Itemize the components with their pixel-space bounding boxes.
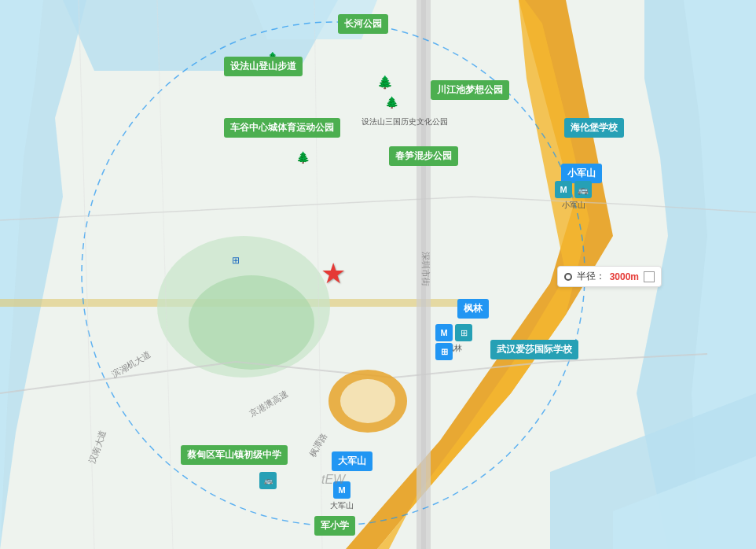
svg-text:深圳市街: 深圳市街 — [421, 252, 431, 286]
label-chunsun-park: 春笋混步公园 — [389, 146, 458, 166]
label-caihe-middle: 蔡甸区军山镇初级中学 — [181, 445, 288, 465]
label-shefa-history: 设法山三国历史文化公园 — [361, 116, 448, 127]
label-changhe-park: 长河公园 — [338, 14, 388, 34]
svg-point-5 — [340, 379, 395, 423]
tew-label: tEW — [321, 473, 345, 487]
label-dajunshan: 大军山 — [332, 451, 372, 471]
label-chuanjiang-park: 川江池梦想公园 — [431, 80, 509, 100]
label-chegu-sports: 车谷中心城体育运动公园 — [224, 118, 340, 138]
radius-value: 3000m — [610, 271, 639, 282]
map-container: 🌲 🌲 🌲 🌲 🌲 ⊞ 滨湖机大道 汉南大道 京港澳高速 深圳市街 枫潭路 ★ … — [0, 0, 756, 549]
bus-icon-fenglin: ⊞ — [455, 324, 472, 341]
label-wuhan-aisa: 武汉爱莎国际学校 — [490, 340, 578, 359]
radius-checkbox[interactable] — [644, 271, 655, 282]
metro-icon-xiaojunshan: M — [555, 181, 572, 198]
radius-control[interactable]: 半径： 3000m — [557, 266, 662, 287]
radius-label: 半径： — [577, 270, 605, 283]
label-haiyunbao-school: 海伦堡学校 — [564, 118, 624, 138]
label-fenglin: 枫林 — [457, 299, 489, 319]
svg-text:🌲: 🌲 — [377, 75, 393, 90]
label-junshan-primary: 军小学 — [314, 516, 355, 536]
svg-text:🌲: 🌲 — [296, 151, 310, 164]
metro-icon-fenglin: M — [435, 324, 453, 341]
poi-xiaojunshan: M 🚌 小军山 — [555, 181, 592, 211]
svg-text:🌲: 🌲 — [385, 96, 399, 109]
bus-icon-xiaojunshan: 🚌 — [574, 181, 592, 198]
radius-dot-icon — [564, 273, 572, 281]
center-star-marker: ★ — [321, 257, 346, 290]
poi-caihe-icon: 🚌 — [259, 472, 277, 489]
svg-point-2 — [189, 275, 314, 370]
poi-aisa-icon: ⊞ — [435, 343, 453, 360]
svg-text:⊞: ⊞ — [232, 255, 240, 266]
label-shefa-hiking: 设法山登山步道 — [224, 57, 303, 76]
